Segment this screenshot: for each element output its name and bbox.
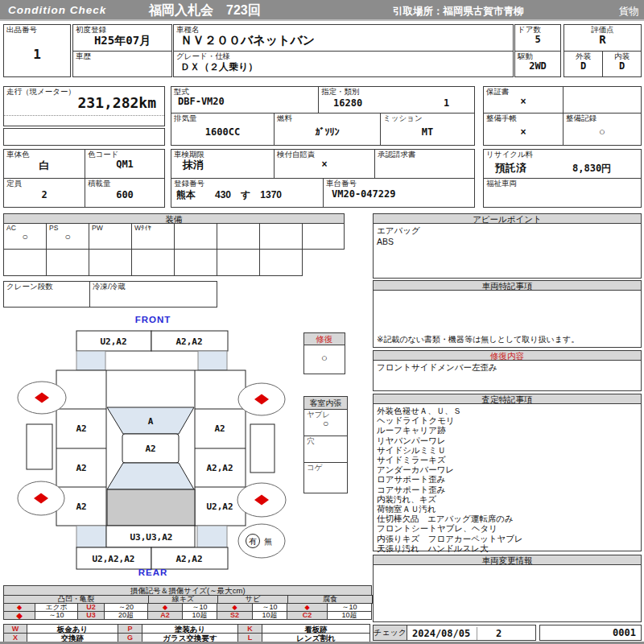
appeal-line: ABS <box>374 237 641 248</box>
legend-rust-code: S2 <box>217 611 253 620</box>
legend-data-row-2: ◆ ～10 U3 20超 A2 10超 S2 10超 C2 10超 <box>3 611 372 620</box>
assessment-line: ルーフキャリア跡 <box>377 425 638 435</box>
capacity-cell: 定員 2 <box>3 178 85 208</box>
welfare-vehicle-label: 福祉車両 <box>484 179 641 189</box>
repair-detail-line: フロントサイドメンバー左歪み <box>374 361 641 374</box>
chassis-number-value: VM20-047229 <box>324 188 474 200</box>
equipment-cell-ac: AC ○ <box>3 223 47 250</box>
check-divider <box>477 627 477 640</box>
body-color-cell: 車体色 白 <box>3 149 85 179</box>
check-label-cell: チェック <box>373 625 407 641</box>
brand-logo: Condition Check <box>8 4 106 16</box>
equipment-cell-empty <box>46 249 89 276</box>
rear-pillar-right <box>197 526 227 547</box>
repair-details-body: フロントサイドメンバー左歪み <box>373 360 642 391</box>
cabin-lining-header: 客室内張 <box>303 396 348 410</box>
welfare-vehicle-cell: 福祉車両 <box>483 178 642 208</box>
class-value-1: 16280 <box>333 97 362 109</box>
assessment-line: 荷物室ＡＵ汚れ <box>377 504 638 514</box>
repair-flag-mark: ○ <box>304 352 345 364</box>
exterior-grade-cell: 外装 D <box>564 51 603 77</box>
model-name-value: ＮＶ２００バネットバン <box>174 33 513 48</box>
legend-dent-code: U3 <box>77 611 105 620</box>
maintenance-book-value: × <box>484 126 563 138</box>
maintenance-book-label: 整備手帳 <box>484 114 563 124</box>
chassis-number-cell: 車台番号 VM20-047229 <box>323 178 475 208</box>
capacity-value: 2 <box>4 189 85 200</box>
cargo-area <box>107 489 195 526</box>
cabin-lining-hole-label: 穴 <box>304 436 347 447</box>
displacement-cell: 排気量 1600CC <box>171 113 275 146</box>
mileage-cell: 走行（現メーター） 231,282km <box>3 86 165 126</box>
equipment-cell-empty <box>217 249 260 276</box>
displacement-label: 排気量 <box>171 114 274 124</box>
doors-value: 5 <box>515 34 560 45</box>
equipment-cell-empty <box>259 249 303 276</box>
maintenance-record-cell: 整備記録 ○ <box>563 113 642 146</box>
rear-bumper-left-code: U2,A2,A2 <box>93 554 135 564</box>
left-panel-3-code: A2 <box>76 502 86 512</box>
equipment-cell-empty <box>217 223 260 250</box>
history-label: 車歴 <box>73 52 171 62</box>
doors-cell: ドア数 5 <box>514 24 561 52</box>
load-capacity-label: 積載量 <box>85 179 164 189</box>
check-date-cell: 2024/08/05 2 <box>407 625 536 641</box>
assessment-line: 内張りキズ フロアカーペットヤブレ <box>377 534 638 543</box>
check-label: チェック <box>374 625 407 640</box>
left-panel-2-code: A2 <box>76 463 86 473</box>
legend-scratch-code: A2 <box>147 611 183 620</box>
left-side-step <box>27 424 52 469</box>
equipment-cell-empty <box>302 223 345 250</box>
assessment-line: 内装汚れ、キズ <box>377 494 638 504</box>
fridge-cell: 冷凍/冷蔵 <box>89 281 217 308</box>
assessment-line: 外装色褪せＡ、Ｕ、Ｓ <box>377 406 638 415</box>
recycle-fee-label: リサイクル料 <box>484 150 641 160</box>
fuel-value: ｶﾞｿﾘﾝ <box>275 126 380 138</box>
load-capacity-cell: 積載量 600 <box>85 178 165 208</box>
equipment-cell-pw: PW <box>89 223 132 250</box>
load-capacity-value: 600 <box>85 189 164 200</box>
mileage-extra-cell <box>3 128 165 146</box>
check-date: 2024/08/05 <box>412 628 470 639</box>
assessment-line: コアサポート歪み <box>377 485 638 494</box>
appeal-points-body: エアバッグ ABS <box>373 223 642 279</box>
score-cell: 評価点 R <box>564 24 642 52</box>
color-code-cell: 色コード QM1 <box>85 149 165 179</box>
model-code-cell: 型式 DBF-VM20 <box>171 86 319 114</box>
warranty-cell: 保証書 × <box>483 86 564 114</box>
registration-number-cell: 登録番号 熊本 430 す 1370 <box>171 178 324 208</box>
registration-number-value: 熊本 430 す 1370 <box>171 188 323 202</box>
title-bar: Condition Check 福岡入札会 723回 引取場所：福岡県古賀市青柳… <box>0 0 644 21</box>
auction-sheet: { "header": { "brand": "Condition Check"… <box>0 0 644 644</box>
pickup-location: 引取場所：福岡県古賀市青柳 <box>393 5 524 19</box>
right-panel-2-code: A2,A2 <box>206 463 233 473</box>
vehicle-notes-body: ※記載のない書類・機器等は無しとして取り扱います。 <box>373 290 642 348</box>
rear-bumper-right-code: A2,A2 <box>175 554 202 564</box>
front-pillar-left <box>76 351 105 370</box>
approval-label: 承認請求書 <box>375 150 474 160</box>
legend-rust-size: 10超 <box>252 611 287 620</box>
legend-scratch-size: 10超 <box>182 611 217 620</box>
spare-yes-label: 有 <box>249 537 257 546</box>
cabin-lining-burn-label: コゲ <box>304 463 347 473</box>
displacement-value: 1600CC <box>171 126 274 138</box>
recycle-fee-status: 預託済 <box>495 161 526 175</box>
assessment-line: リヤバンパーワレ <box>377 436 638 445</box>
mission-value: MT <box>381 126 474 138</box>
drive-value: 2WD <box>515 60 560 72</box>
first-registration-value: H25年07月 <box>73 34 171 48</box>
assessment-line: サイドミラーキズ <box>377 455 638 464</box>
equipment-cell-pw-label: PW <box>89 224 131 233</box>
grade-value: ＤＸ（２人乗り） <box>174 60 513 74</box>
drive-cell: 駆動 2WD <box>514 51 561 77</box>
repair-flag-header: 修復 <box>303 332 345 345</box>
recycle-fee-amount: 8,830円 <box>572 162 611 175</box>
spare-no-label: 無 <box>264 537 272 546</box>
assessment-line: 天張り汚れ ハンドルスレ大 <box>377 543 638 553</box>
assessment-line: フロントシートヤブレ、ヘタリ <box>377 523 638 533</box>
cabin-lining-tear-mark: ○ <box>304 418 347 429</box>
diagram-front-label: FRONT <box>105 315 201 324</box>
check-number-cell: 0001 <box>539 625 642 641</box>
mileage-value: 231,282km <box>4 94 164 111</box>
exterior-grade-value: D <box>564 60 602 72</box>
